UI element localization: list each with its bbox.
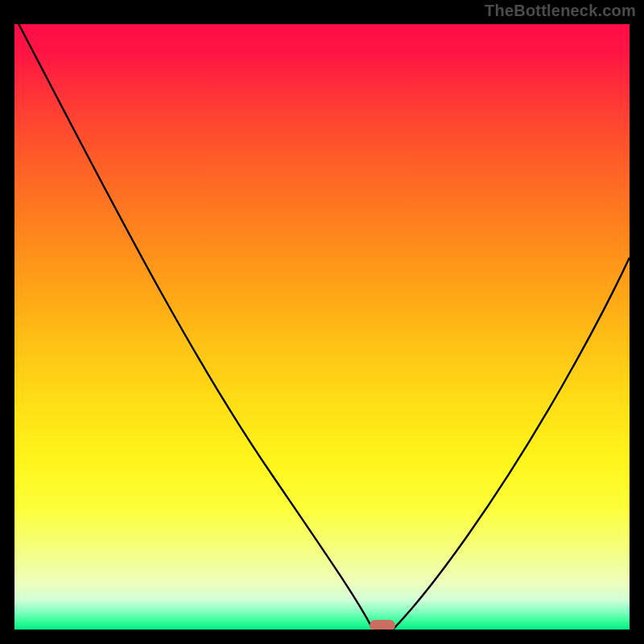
left-branch-curve [14, 24, 373, 630]
plot-area [14, 24, 630, 630]
attribution-text: TheBottleneck.com [485, 2, 636, 20]
minimum-marker [369, 620, 395, 630]
right-branch-curve [393, 258, 630, 630]
chart-frame: TheBottleneck.com [0, 0, 644, 644]
curve-layer [14, 24, 630, 630]
